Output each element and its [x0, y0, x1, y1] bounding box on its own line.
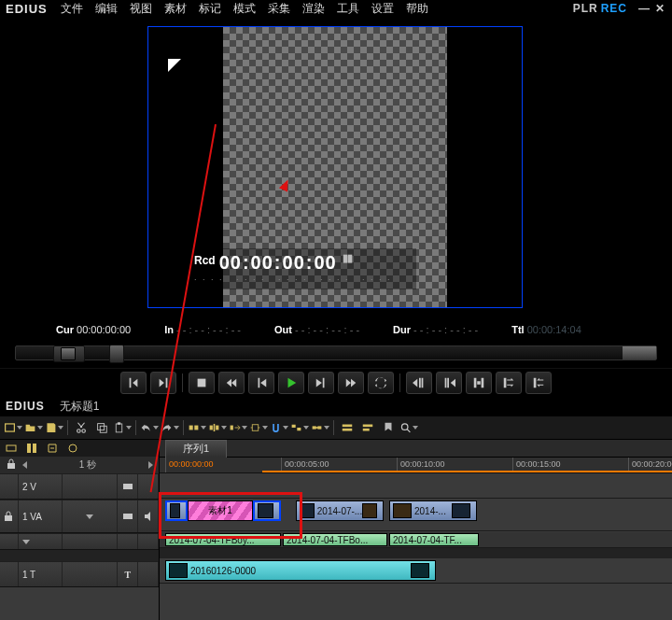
- cur-timecode[interactable]: 00:00:00:00: [77, 324, 131, 335]
- svg-rect-5: [118, 422, 120, 424]
- svg-rect-0: [198, 379, 206, 388]
- clip-tail[interactable]: [253, 500, 281, 521]
- replace-button[interactable]: [525, 372, 552, 394]
- track-tool-b-icon[interactable]: [24, 442, 39, 455]
- timeline-lanes[interactable]: 序列1 00:00:00:00 00:00:05:00 00:00:10:00 …: [160, 440, 672, 620]
- clip-title[interactable]: 20160126-0000: [165, 560, 436, 581]
- insert-mode-icon[interactable]: [338, 419, 357, 436]
- sequence-tab[interactable]: 序列1: [165, 440, 227, 458]
- clip-a3[interactable]: 2014-07-04-TF...: [389, 533, 479, 546]
- lock-all-icon[interactable]: [6, 458, 17, 472]
- scale-increase-icon[interactable]: [148, 461, 153, 469]
- set-out-button[interactable]: [150, 372, 176, 394]
- undo-icon[interactable]: [140, 419, 159, 436]
- track-tool-d-icon[interactable]: [65, 442, 80, 455]
- fast-forward-button[interactable]: [338, 372, 364, 394]
- open-icon[interactable]: [24, 419, 43, 436]
- svg-rect-14: [297, 428, 301, 430]
- minimize-icon[interactable]: —: [637, 3, 651, 14]
- prev-edit-button[interactable]: [406, 372, 432, 394]
- rec-label[interactable]: REC: [601, 2, 627, 15]
- loop-button[interactable]: [368, 372, 394, 394]
- svg-rect-13: [292, 425, 296, 428]
- menu-edit[interactable]: 编辑: [91, 0, 122, 18]
- in-timecode[interactable]: - - : - - : - - : - -: [176, 324, 241, 335]
- rewind-button[interactable]: [218, 372, 245, 394]
- project-title: 无标题1: [60, 399, 100, 415]
- menu-settings[interactable]: 设置: [367, 0, 399, 18]
- menu-clip[interactable]: 素材: [160, 0, 191, 18]
- out-timecode[interactable]: - - : - - : - - : - -: [295, 324, 359, 335]
- zoom-icon[interactable]: [399, 419, 418, 436]
- clip-v1[interactable]: 2014-07-...: [296, 500, 384, 521]
- menu-tools[interactable]: 工具: [332, 0, 364, 18]
- cut-icon[interactable]: [72, 419, 91, 436]
- overwrite-button[interactable]: [496, 372, 522, 394]
- lock-icon[interactable]: [3, 511, 14, 522]
- shuttle-track[interactable]: [15, 345, 657, 360]
- ripple-icon[interactable]: [188, 419, 206, 436]
- track-header-t1[interactable]: 1 T T: [0, 561, 159, 587]
- svg-rect-7: [194, 426, 198, 430]
- play-button[interactable]: [278, 372, 304, 394]
- save-icon[interactable]: [45, 419, 63, 436]
- lane-va1-video[interactable]: 素材1 2014-07-... 2014-...: [160, 499, 672, 531]
- paste-icon[interactable]: [113, 419, 132, 436]
- menu-mode[interactable]: 模式: [229, 0, 260, 18]
- video-patch-icon[interactable]: [122, 481, 133, 492]
- track-header-va1-audio[interactable]: [0, 533, 159, 550]
- split-icon[interactable]: [208, 419, 227, 436]
- time-ruler[interactable]: 00:00:00:00 00:00:05:00 00:00:10:00 00:0…: [160, 458, 672, 473]
- svg-rect-11: [231, 426, 233, 430]
- lane-va1-audio[interactable]: 2014-07-04-TFBoy... 2014-07-04-TFBo... 2…: [160, 532, 672, 548]
- expand-icon[interactable]: [86, 514, 93, 519]
- trim-icon[interactable]: [249, 419, 268, 436]
- delete-gap-icon[interactable]: [229, 419, 247, 436]
- shuttle-thumb[interactable]: [109, 345, 124, 363]
- ruler-playrange: [262, 471, 672, 472]
- track-header-va1[interactable]: 1 VA: [0, 500, 159, 533]
- svg-rect-29: [5, 515, 12, 521]
- clip-v2[interactable]: 2014-...: [389, 500, 477, 521]
- next-frame-button[interactable]: [308, 372, 334, 394]
- video-patch-icon[interactable]: [122, 511, 133, 522]
- menu-render[interactable]: 渲染: [298, 0, 329, 18]
- track-tool-c-icon[interactable]: [45, 442, 60, 455]
- next-edit-button[interactable]: [436, 372, 462, 394]
- audio-patch-icon[interactable]: [143, 511, 154, 522]
- snap-icon[interactable]: [270, 419, 288, 436]
- lane-v2[interactable]: [160, 473, 672, 499]
- link-icon[interactable]: [311, 419, 329, 436]
- menu-help[interactable]: 帮助: [401, 0, 433, 18]
- copy-icon[interactable]: [92, 419, 111, 436]
- stop-button[interactable]: [189, 372, 215, 394]
- svg-rect-23: [7, 445, 16, 451]
- insert-button[interactable]: [466, 372, 492, 394]
- redo-icon[interactable]: [161, 419, 179, 436]
- prev-frame-button[interactable]: [248, 372, 274, 394]
- clip-a1[interactable]: 2014-07-04-TFBoy...: [165, 533, 281, 546]
- pause-icon[interactable]: ▮▮: [343, 252, 352, 264]
- track-header-v2[interactable]: 2 V: [0, 473, 159, 500]
- track-tool-a-icon[interactable]: [4, 442, 19, 455]
- clip-pink[interactable]: 素材1: [188, 500, 253, 521]
- svg-rect-25: [33, 444, 36, 453]
- menu-capture[interactable]: 采集: [263, 0, 295, 18]
- menu-marker[interactable]: 标记: [194, 0, 226, 18]
- menu-view[interactable]: 视图: [125, 0, 157, 18]
- lane-t1[interactable]: 20160126-0000: [160, 558, 672, 584]
- scale-decrease-icon[interactable]: [22, 461, 27, 469]
- menu-file[interactable]: 文件: [56, 0, 88, 18]
- close-icon[interactable]: ✕: [653, 3, 666, 14]
- svg-rect-1: [6, 424, 15, 431]
- marker-icon[interactable]: [379, 419, 398, 436]
- expand-icon[interactable]: [22, 540, 30, 544]
- clip-head[interactable]: [165, 500, 188, 521]
- clip-a2[interactable]: 2014-07-04-TFBo...: [283, 533, 387, 546]
- set-in-button[interactable]: [120, 372, 147, 394]
- dur-timecode[interactable]: - - : - - : - - : - -: [413, 324, 478, 335]
- rcd-timecode[interactable]: 00:00:00:00: [219, 252, 337, 274]
- group-icon[interactable]: [290, 419, 309, 436]
- sync-lock-icon[interactable]: [358, 419, 377, 436]
- new-sequence-icon[interactable]: [4, 419, 22, 436]
